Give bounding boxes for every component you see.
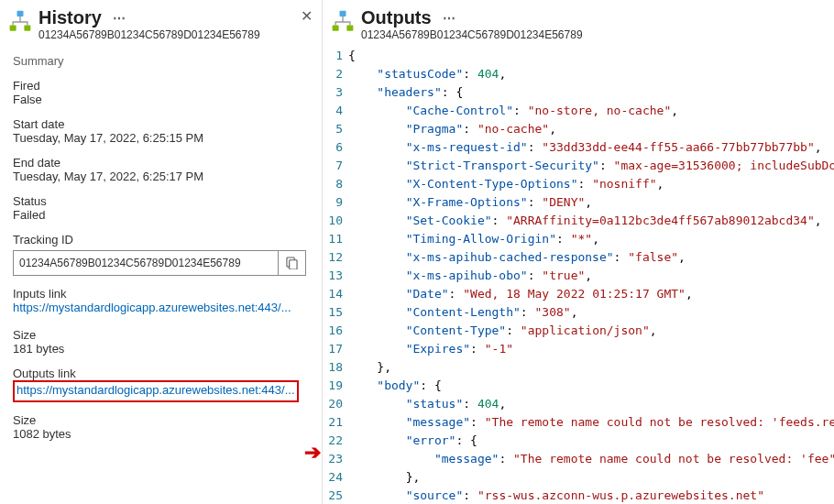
- end-date-value: Tuesday, May 17, 2022, 6:25:17 PM: [13, 170, 309, 183]
- tracking-id-box: [13, 250, 306, 276]
- code-line: 5 "Pragma": "no-cache",: [323, 120, 834, 138]
- line-number: 6: [323, 138, 348, 157]
- code-line: 10 "Set-Cookie": "ARRAffinity=0a112bc3de…: [323, 212, 834, 230]
- code-line: 7 "Strict-Transport-Security": "max-age=…: [323, 157, 834, 175]
- outputs-size-value: 1082 bytes: [13, 427, 309, 441]
- line-number: 18: [323, 358, 348, 377]
- line-number: 19: [323, 377, 348, 395]
- json-viewer[interactable]: 1{2 "statusCode": 404,3 "headers": {4 "C…: [323, 47, 834, 504]
- code-line: 25 "source": "rss-wus.azconn-wus.p.azure…: [323, 487, 834, 504]
- line-number: 2: [323, 65, 348, 83]
- history-pane: History ⋯ 01234A56789B01234C56789D01234E…: [0, 0, 323, 504]
- line-number: 22: [323, 432, 348, 450]
- status-label: Status: [13, 194, 309, 208]
- outputs-id: 01234A56789B01234C56789D01234E56789: [361, 28, 825, 41]
- line-number: 25: [323, 487, 348, 504]
- svg-rect-6: [333, 26, 339, 31]
- code-line: 15 "Content-Length": "308",: [323, 303, 834, 322]
- line-number: 3: [323, 83, 348, 102]
- inputs-link[interactable]: https://mystandardlogicapp.azurewebsites…: [13, 301, 291, 314]
- code-line: 1{: [323, 47, 834, 65]
- code-line: 3 "headers": {: [323, 83, 834, 102]
- line-number: 24: [323, 468, 348, 487]
- code-line: 20 "status": 404,: [323, 395, 834, 413]
- tracking-id-label: Tracking ID: [13, 233, 309, 247]
- code-line: 16 "Content-Type": "application/json",: [323, 322, 834, 340]
- fired-label: Fired: [13, 79, 309, 93]
- outputs-link-label: Outputs link: [13, 367, 309, 380]
- start-date-value: Tuesday, May 17, 2022, 6:25:15 PM: [13, 131, 309, 145]
- workflow-icon: [7, 9, 33, 35]
- code-line: 11 "Timing-Allow-Origin": "*",: [323, 230, 834, 248]
- code-line: 21 "message": "The remote name could not…: [323, 413, 834, 432]
- status-value: Failed: [13, 208, 309, 222]
- history-header: History ⋯ 01234A56789B01234C56789D01234E…: [0, 0, 322, 45]
- svg-rect-7: [346, 26, 353, 31]
- fired-value: False: [13, 93, 309, 106]
- line-number: 14: [323, 285, 348, 303]
- svg-rect-0: [17, 11, 24, 16]
- line-number: 7: [323, 157, 348, 175]
- code-line: 2 "statusCode": 404,: [323, 65, 834, 83]
- code-line: 8 "X-Content-Type-Options": "nosniff",: [323, 175, 834, 193]
- code-line: 17 "Expires": "-1": [323, 340, 834, 358]
- line-number: 15: [323, 303, 348, 322]
- line-number: 4: [323, 102, 348, 120]
- line-number: 13: [323, 267, 348, 285]
- code-line: 22 "error": {: [323, 432, 834, 450]
- line-number: 8: [323, 175, 348, 193]
- outputs-link[interactable]: https://mystandardlogicapp.azurewebsites…: [16, 383, 295, 397]
- outputs-header: Outputs ⋯ 01234A56789B01234C56789D01234E…: [323, 0, 834, 47]
- line-number: 12: [323, 248, 348, 267]
- inputs-size-label: Size: [13, 328, 309, 342]
- code-line: 9 "X-Frame-Options": "DENY",: [323, 193, 834, 212]
- outputs-link-highlight: https://mystandardlogicapp.azurewebsites…: [13, 380, 299, 402]
- line-number: 21: [323, 413, 348, 432]
- code-line: 24 },: [323, 468, 834, 487]
- code-line: 23 "message": "The remote name could not…: [323, 450, 834, 468]
- copy-icon[interactable]: [278, 251, 305, 275]
- line-number: 17: [323, 340, 348, 358]
- code-line: 6 "x-ms-request-id": "33dd33dd-ee44-ff55…: [323, 138, 834, 157]
- outputs-pane: Outputs ⋯ 01234A56789B01234C56789D01234E…: [323, 0, 834, 504]
- history-more-icon[interactable]: ⋯: [113, 11, 126, 26]
- outputs-more-icon[interactable]: ⋯: [443, 11, 455, 26]
- line-number: 23: [323, 450, 348, 468]
- close-icon[interactable]: ✕: [298, 7, 314, 25]
- start-date-label: Start date: [13, 117, 309, 131]
- svg-rect-1: [10, 26, 16, 31]
- inputs-link-label: Inputs link: [13, 287, 309, 301]
- line-number: 1: [323, 47, 348, 65]
- svg-rect-5: [340, 11, 346, 16]
- line-number: 10: [323, 212, 348, 230]
- svg-rect-2: [24, 26, 30, 31]
- outputs-title: Outputs: [361, 7, 432, 28]
- end-date-label: End date: [13, 156, 309, 170]
- history-id: 01234A56789B01234C56789D01234E56789: [38, 28, 313, 41]
- code-line: 13 "x-ms-apihub-obo": "true",: [323, 267, 834, 285]
- code-line: 4 "Cache-Control": "no-store, no-cache",: [323, 102, 834, 120]
- svg-rect-4: [290, 260, 297, 269]
- line-number: 5: [323, 120, 348, 138]
- line-number: 11: [323, 230, 348, 248]
- history-body: Summary Fired False Start date Tuesday, …: [0, 45, 322, 450]
- code-line: 19 "body": {: [323, 377, 834, 395]
- history-title: History: [38, 7, 102, 28]
- code-line: 18 },: [323, 358, 834, 377]
- line-number: 20: [323, 395, 348, 413]
- code-line: 14 "Date": "Wed, 18 May 2022 01:25:17 GM…: [323, 285, 834, 303]
- outputs-size-label: Size: [13, 413, 309, 427]
- inputs-size-value: 181 bytes: [13, 342, 309, 356]
- line-number: 16: [323, 322, 348, 340]
- summary-label: Summary: [13, 54, 309, 68]
- code-line: 12 "x-ms-apihub-cached-response": "false…: [323, 248, 834, 267]
- line-number: 9: [323, 193, 348, 212]
- workflow-icon: [330, 9, 356, 35]
- tracking-id-input[interactable]: [14, 257, 278, 269]
